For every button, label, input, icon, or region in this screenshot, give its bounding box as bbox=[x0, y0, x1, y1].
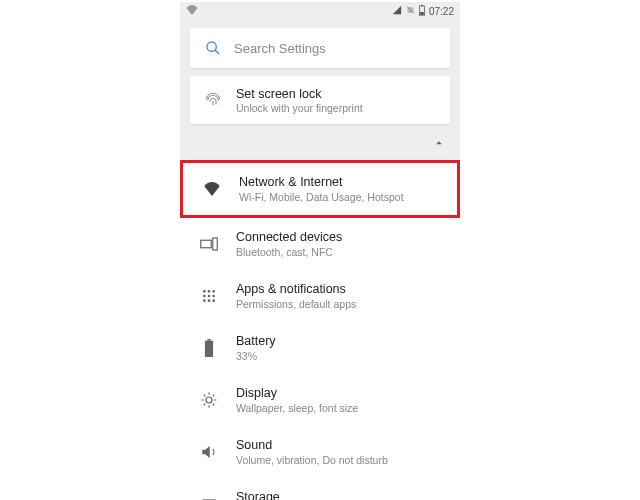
item-title: Display bbox=[236, 386, 358, 400]
apps-icon bbox=[196, 288, 222, 304]
item-apps-notifications[interactable]: Apps & notifications Permissions, defaul… bbox=[180, 270, 460, 322]
collapse-row[interactable] bbox=[180, 132, 460, 160]
svg-point-14 bbox=[208, 299, 211, 302]
sound-icon bbox=[196, 444, 222, 460]
svg-rect-6 bbox=[213, 238, 218, 250]
search-placeholder: Search Settings bbox=[234, 41, 326, 56]
item-title: Battery bbox=[236, 334, 276, 348]
item-connected-devices[interactable]: Connected devices Bluetooth, cast, NFC bbox=[180, 218, 460, 270]
svg-point-15 bbox=[212, 299, 215, 302]
svg-point-18 bbox=[206, 397, 212, 403]
item-sound[interactable]: Sound Volume, vibration, Do not disturb bbox=[180, 426, 460, 478]
search-settings[interactable]: Search Settings bbox=[190, 28, 450, 68]
item-subtitle: Permissions, default apps bbox=[236, 298, 356, 310]
settings-screen: 07:22 Search Settings Set screen lock Un… bbox=[180, 2, 460, 500]
devices-icon bbox=[196, 237, 222, 251]
search-icon bbox=[202, 40, 224, 56]
battery-icon bbox=[419, 5, 425, 18]
set-screen-lock-card[interactable]: Set screen lock Unlock with your fingerp… bbox=[190, 76, 450, 124]
chevron-up-icon bbox=[432, 136, 446, 154]
svg-point-13 bbox=[203, 299, 206, 302]
brightness-icon bbox=[196, 391, 222, 409]
status-bar: 07:22 bbox=[180, 2, 460, 20]
svg-point-7 bbox=[203, 290, 206, 293]
item-subtitle: 33% bbox=[236, 350, 276, 362]
svg-point-3 bbox=[207, 42, 216, 51]
svg-point-8 bbox=[208, 290, 211, 293]
item-subtitle: Volume, vibration, Do not disturb bbox=[236, 454, 388, 466]
item-subtitle: Wi-Fi, Mobile, Data Usage, Hotspot bbox=[239, 191, 404, 203]
item-storage[interactable]: Storage 17% used - 53.02 GB free bbox=[180, 478, 460, 500]
item-title: Apps & notifications bbox=[236, 282, 356, 296]
wifi-icon bbox=[199, 182, 225, 196]
lock-card-title: Set screen lock bbox=[236, 87, 363, 101]
item-subtitle: Bluetooth, cast, NFC bbox=[236, 246, 342, 258]
svg-rect-5 bbox=[201, 240, 212, 248]
item-title: Storage bbox=[236, 490, 357, 500]
item-network-internet[interactable]: Network & Internet Wi-Fi, Mobile, Data U… bbox=[180, 160, 460, 218]
svg-line-4 bbox=[215, 50, 219, 54]
svg-rect-17 bbox=[207, 339, 210, 341]
settings-list: Network & Internet Wi-Fi, Mobile, Data U… bbox=[180, 160, 460, 500]
svg-point-10 bbox=[203, 295, 206, 298]
signal-icon bbox=[392, 5, 402, 17]
item-battery[interactable]: Battery 33% bbox=[180, 322, 460, 374]
item-title: Sound bbox=[236, 438, 388, 452]
item-display[interactable]: Display Wallpaper, sleep, font size bbox=[180, 374, 460, 426]
svg-point-12 bbox=[212, 295, 215, 298]
svg-point-9 bbox=[212, 290, 215, 293]
wifi-icon bbox=[186, 5, 198, 17]
svg-rect-2 bbox=[420, 12, 424, 15]
svg-rect-1 bbox=[421, 5, 423, 6]
item-title: Network & Internet bbox=[239, 175, 404, 189]
battery-icon bbox=[196, 339, 222, 357]
svg-point-11 bbox=[208, 295, 211, 298]
fingerprint-icon bbox=[202, 91, 224, 109]
no-sim-icon bbox=[406, 5, 415, 17]
item-subtitle: Wallpaper, sleep, font size bbox=[236, 402, 358, 414]
lock-card-subtitle: Unlock with your fingerprint bbox=[236, 102, 363, 114]
status-time: 07:22 bbox=[429, 6, 454, 17]
item-title: Connected devices bbox=[236, 230, 342, 244]
svg-rect-16 bbox=[205, 341, 213, 357]
